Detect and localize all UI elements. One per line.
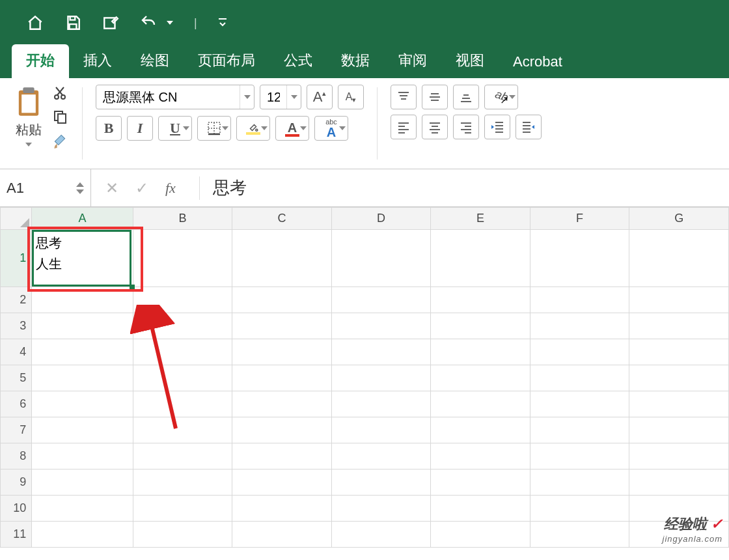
cell-A11[interactable] <box>32 522 133 548</box>
row-header-6[interactable]: 6 <box>1 391 32 417</box>
svg-rect-7 <box>58 114 66 123</box>
col-header-A[interactable]: A <box>32 208 133 230</box>
align-middle-button[interactable] <box>422 85 448 109</box>
col-header-B[interactable]: B <box>133 208 232 230</box>
undo-dropdown-icon[interactable] <box>165 14 174 32</box>
cell-A1-line2: 人生 <box>36 253 129 274</box>
cell-A3[interactable] <box>32 313 133 339</box>
cell-E1[interactable] <box>431 230 530 287</box>
formula-input[interactable] <box>209 178 729 198</box>
align-center-button[interactable] <box>422 115 448 139</box>
row-header-3[interactable]: 3 <box>1 313 32 339</box>
format-painter-button[interactable] <box>51 132 69 148</box>
tab-home[interactable]: 开始 <box>12 44 69 78</box>
enter-formula-button[interactable]: ✓ <box>135 179 148 197</box>
increase-indent-button[interactable] <box>516 115 542 139</box>
cell-A8[interactable] <box>32 443 133 469</box>
cell-A2[interactable] <box>32 287 133 313</box>
tab-insert[interactable]: 插入 <box>69 44 126 78</box>
cell-D1[interactable] <box>331 230 431 287</box>
bold-button[interactable]: B <box>96 116 122 141</box>
font-size-input[interactable] <box>260 85 286 109</box>
tab-acrobat[interactable]: Acrobat <box>499 47 577 78</box>
row-header-1[interactable]: 1 <box>1 230 32 287</box>
edit-icon[interactable] <box>102 14 120 32</box>
font-color-dropdown-icon[interactable] <box>300 126 307 130</box>
row-header-7[interactable]: 7 <box>1 417 32 443</box>
save-icon[interactable] <box>64 14 82 32</box>
align-bottom-button[interactable] <box>453 85 479 109</box>
cell-A4[interactable] <box>32 339 133 365</box>
row-header-2[interactable]: 2 <box>1 287 32 313</box>
align-right-button[interactable] <box>453 115 479 139</box>
col-header-F[interactable]: F <box>530 208 629 230</box>
svg-rect-2 <box>21 94 36 113</box>
font-name-combo[interactable] <box>96 85 254 109</box>
group-font: A▴ A▾ B I U <box>90 83 369 169</box>
cell-A9[interactable] <box>32 469 133 496</box>
col-header-G[interactable]: G <box>629 208 729 230</box>
increase-font-button[interactable]: A▴ <box>307 85 333 109</box>
col-header-C[interactable]: C <box>232 208 332 230</box>
paste-dropdown-icon[interactable] <box>25 143 32 147</box>
orientation-dropdown-icon[interactable] <box>509 95 516 99</box>
row-header-9[interactable]: 9 <box>1 469 32 496</box>
undo-icon[interactable] <box>139 14 158 32</box>
name-box[interactable] <box>0 169 91 206</box>
fx-icon[interactable]: fx <box>165 180 176 197</box>
cell-A10[interactable] <box>32 496 133 522</box>
col-header-D[interactable]: D <box>331 208 431 230</box>
underline-button[interactable]: U <box>158 116 192 141</box>
cell-F1[interactable] <box>530 230 629 287</box>
row-header-11[interactable]: 11 <box>1 522 32 548</box>
customize-qat-icon[interactable] <box>217 14 228 32</box>
decrease-font-button[interactable]: A▾ <box>338 85 364 109</box>
align-left-button[interactable] <box>391 115 417 139</box>
phonetic-guide-button[interactable]: abc A <box>314 116 348 141</box>
orientation-button[interactable]: ab ↗ <box>484 85 518 109</box>
row-header-10[interactable]: 10 <box>1 496 32 522</box>
cell-C1[interactable] <box>232 230 332 287</box>
home-icon[interactable] <box>26 14 44 32</box>
name-box-input[interactable] <box>7 180 59 197</box>
fill-color-button[interactable] <box>236 116 270 141</box>
tab-page-layout[interactable]: 页面布局 <box>184 44 269 78</box>
cell-G1[interactable] <box>629 230 729 287</box>
cell-B1[interactable] <box>133 230 232 287</box>
name-box-spinner[interactable] <box>76 182 84 194</box>
cell-A1[interactable]: 思考 人生 <box>32 230 133 287</box>
row-header-8[interactable]: 8 <box>1 443 32 469</box>
tab-review[interactable]: 审阅 <box>384 44 441 78</box>
col-header-E[interactable]: E <box>431 208 530 230</box>
font-name-input[interactable] <box>96 85 240 109</box>
selection-fill-handle[interactable] <box>130 285 135 290</box>
cut-button[interactable] <box>51 85 69 102</box>
decrease-indent-button[interactable] <box>484 115 510 139</box>
font-size-dropdown-icon[interactable] <box>286 85 301 109</box>
watermark-url: jingyanla.com <box>663 534 723 544</box>
font-color-button[interactable]: A <box>275 116 309 141</box>
cancel-formula-button[interactable]: ✕ <box>105 179 118 197</box>
paste-button[interactable]: 粘贴 <box>12 85 46 147</box>
phonetic-dropdown-icon[interactable] <box>339 126 346 130</box>
copy-button[interactable] <box>51 108 69 125</box>
tab-view[interactable]: 视图 <box>441 44 499 78</box>
tab-formulas[interactable]: 公式 <box>269 44 327 78</box>
underline-dropdown-icon[interactable] <box>183 126 189 130</box>
italic-button[interactable]: I <box>127 116 153 141</box>
tab-draw[interactable]: 绘图 <box>126 44 184 78</box>
borders-dropdown-icon[interactable] <box>222 126 228 130</box>
align-top-button[interactable] <box>391 85 417 109</box>
select-all-corner[interactable] <box>1 208 32 230</box>
cell-A7[interactable] <box>32 417 133 443</box>
fill-color-dropdown-icon[interactable] <box>261 126 268 130</box>
cell-A6[interactable] <box>32 391 133 417</box>
tab-data[interactable]: 数据 <box>327 44 384 78</box>
font-name-dropdown-icon[interactable] <box>240 85 254 109</box>
borders-button[interactable] <box>197 116 231 141</box>
cell-A5[interactable] <box>32 365 133 391</box>
row-header-4[interactable]: 4 <box>1 339 32 365</box>
font-size-combo[interactable] <box>260 85 301 109</box>
group-alignment: ab ↗ <box>385 83 547 169</box>
row-header-5[interactable]: 5 <box>1 365 32 391</box>
